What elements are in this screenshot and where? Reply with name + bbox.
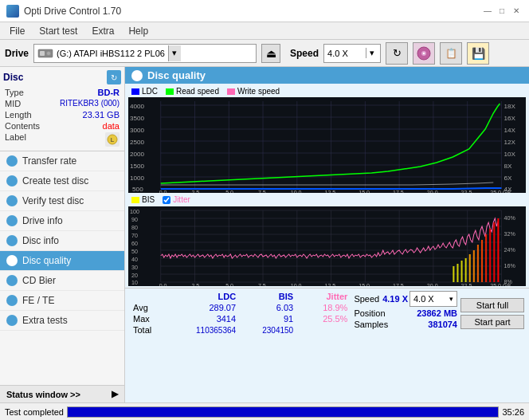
disc-label-row: Label L [3, 131, 121, 147]
close-btn[interactable]: ✕ [510, 5, 523, 18]
disc-title: Disc [3, 72, 23, 83]
stats-total-bis: 2304150 [239, 324, 296, 336]
ldc-color-dot [131, 88, 139, 95]
chart2-legend-bar: BIS Jitter [125, 193, 529, 206]
speed-position-panel: Speed 4.19 X 4.0 X ▾ Position 23862 MB S… [354, 291, 457, 336]
nav-disc-quality[interactable]: Disc quality [0, 251, 124, 271]
status-window-btn[interactable]: Status window >> ▶ [0, 385, 124, 402]
svg-text:L: L [111, 136, 115, 143]
svg-text:100: 100 [130, 209, 139, 214]
svg-text:4000: 4000 [130, 103, 145, 110]
svg-text:10.0: 10.0 [291, 190, 302, 193]
nav-cd-bier[interactable]: CD Bier [0, 271, 124, 291]
disc-length-value: 23.31 GB [83, 110, 120, 120]
speed-dropdown-icon[interactable]: ▾ [366, 48, 377, 58]
drive-select[interactable]: (G:) ATAPI iHBS112 2 PL06 ▾ [33, 44, 257, 63]
start-part-btn[interactable]: Start part [460, 315, 524, 329]
disc-label-icon[interactable]: L [105, 132, 120, 147]
nav-icon-cd-bier [6, 275, 18, 286]
disc-mid-row: MID RITEKBR3 (000) [3, 98, 121, 109]
statusbar: Test completed 35:26 [0, 402, 529, 420]
status-window-arrow: ▶ [112, 389, 118, 399]
refresh-btn[interactable]: ↻ [386, 42, 408, 65]
svg-text:40%: 40% [504, 215, 516, 221]
chart2-area: 100 90 80 70 60 50 40 30 20 10 40% 32% 2… [128, 206, 526, 286]
write-color-dot [227, 88, 235, 95]
nav-icon-fe-te [6, 295, 18, 306]
svg-text:22.5: 22.5 [461, 190, 472, 193]
svg-text:16X: 16X [504, 115, 516, 122]
svg-text:15.0: 15.0 [359, 283, 370, 286]
nav-icon-disc-info [6, 235, 18, 246]
legend-read: Read speed [166, 87, 219, 96]
svg-text:10X: 10X [504, 151, 516, 158]
nav-create-test-disc[interactable]: Create test disc [0, 171, 124, 191]
svg-point-5 [423, 52, 425, 53]
svg-text:20.0: 20.0 [427, 190, 438, 193]
app-icon [6, 5, 19, 18]
progress-bar [67, 406, 499, 418]
speed-select[interactable]: 4.0 X ▾ [323, 44, 381, 63]
nav-label-disc-info: Disc info [22, 235, 59, 246]
svg-rect-98 [477, 245, 479, 282]
nav-disc-info[interactable]: Disc info [0, 231, 124, 251]
svg-text:40: 40 [131, 257, 138, 262]
position-label: Position [354, 308, 385, 318]
stats-total-row: Total 110365364 2304150 [130, 324, 351, 336]
speed-dropdown-arrow[interactable]: ▾ [449, 295, 453, 303]
start-full-btn[interactable]: Start full [460, 298, 524, 312]
maximize-btn[interactable]: □ [496, 5, 508, 18]
nav-label-disc-quality: Disc quality [22, 255, 71, 266]
drive-label: Drive [5, 48, 29, 59]
svg-text:0.0: 0.0 [159, 283, 167, 286]
status-text: Test completed [5, 407, 64, 417]
nav-icon-create [6, 175, 18, 186]
nav-extra-tests[interactable]: Extra tests [0, 311, 124, 331]
bis-color-dot [131, 197, 139, 203]
menu-file[interactable]: File [3, 24, 31, 38]
progress-bar-fill [68, 407, 498, 417]
copy-btn[interactable]: 📋 [440, 42, 462, 65]
menu-starttest[interactable]: Start test [33, 24, 84, 38]
svg-text:7.5: 7.5 [258, 283, 266, 286]
svg-rect-100 [485, 234, 487, 282]
svg-text:24%: 24% [504, 247, 516, 253]
disc-info-header: Disc ↻ [3, 70, 121, 84]
nav-label-extra: Extra tests [22, 315, 68, 326]
svg-text:2.5: 2.5 [191, 283, 199, 286]
speed-dropdown[interactable]: 4.0 X ▾ [409, 291, 457, 307]
eject-button[interactable]: ⏏ [261, 44, 280, 63]
speed-label: Speed [290, 48, 319, 59]
svg-text:20.0: 20.0 [427, 283, 438, 286]
save-btn[interactable]: 💾 [467, 42, 489, 65]
svg-text:3500: 3500 [130, 115, 145, 122]
legend-ldc: LDC [131, 87, 158, 96]
nav-drive-info[interactable]: Drive info [0, 211, 124, 231]
ldc-legend-label: LDC [142, 87, 158, 96]
svg-text:0.0: 0.0 [159, 190, 167, 193]
samples-label: Samples [354, 320, 388, 329]
menu-extra[interactable]: Extra [85, 24, 120, 38]
drive-dropdown-icon[interactable]: ▾ [168, 45, 181, 61]
disc-icon-btn[interactable] [413, 42, 435, 65]
nav-transfer-rate[interactable]: Transfer rate [0, 151, 124, 171]
svg-text:1000: 1000 [130, 175, 145, 182]
minimize-btn[interactable]: — [481, 5, 494, 18]
speed-value: 4.0 X [327, 49, 364, 58]
jitter-checkbox[interactable] [163, 196, 170, 204]
svg-text:3000: 3000 [130, 127, 145, 134]
nav-fe-te[interactable]: FE / TE [0, 291, 124, 311]
svg-text:18X: 18X [504, 103, 516, 110]
nav-label-transfer: Transfer rate [22, 155, 76, 167]
disc-refresh-btn[interactable]: ↻ [107, 70, 121, 84]
disc-type-value: BD-R [98, 88, 120, 97]
disc-svg-icon [417, 46, 431, 61]
chart2-svg: 100 90 80 70 60 50 40 30 20 10 40% 32% 2… [128, 206, 526, 286]
nav-verify-test-disc[interactable]: Verify test disc [0, 191, 124, 211]
svg-text:12X: 12X [504, 139, 516, 146]
svg-point-2 [47, 51, 51, 55]
menu-help[interactable]: Help [122, 24, 155, 38]
nav-label-fe-te: FE / TE [22, 295, 54, 306]
nav-label-cd-bier: CD Bier [22, 275, 56, 286]
stats-max-ldc: 3414 [168, 313, 239, 324]
